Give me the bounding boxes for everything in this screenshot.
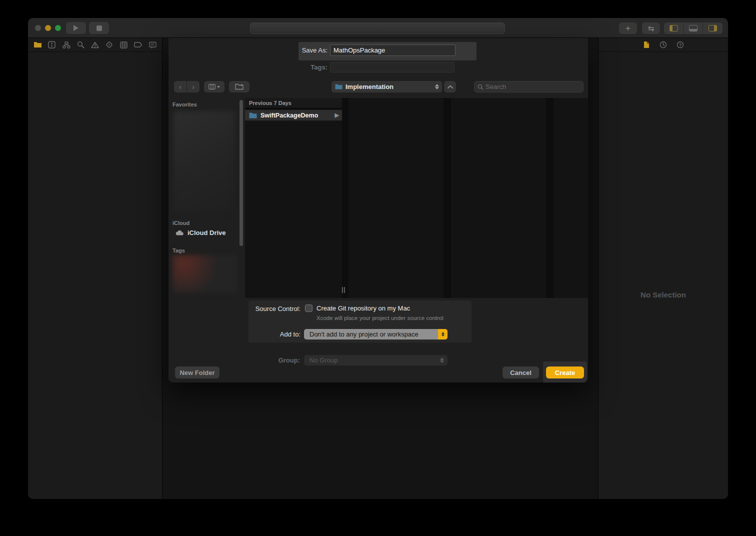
right-panel-icon [708,25,717,32]
add-button[interactable]: + [619,22,637,34]
browser-column-3 [451,98,546,298]
browser-column-1: Previous 7 Days SwiftPackageDemo ▶ [245,98,342,298]
new-folder-icon [235,84,244,90]
minimize-button[interactable] [45,25,51,31]
test-navigator-icon[interactable] [105,40,114,50]
close-button[interactable] [35,25,41,31]
create-button[interactable]: Create [546,366,584,378]
chevron-up-icon [448,85,453,88]
breakpoint-navigator-icon[interactable] [134,40,142,50]
desktop: + ⇆ [0,0,756,536]
group-value: No Group [304,356,338,364]
history-inspector-icon[interactable] [659,40,668,50]
save-dialog: Save As: Tags: ‹ › Implementation [168,38,588,382]
chevron-down-icon [217,86,220,88]
browser-column-2 [348,98,444,298]
folder-icon [249,112,257,118]
search-input[interactable] [486,83,570,90]
folder-icon [335,84,342,90]
save-as-input[interactable] [330,44,456,56]
cancel-button[interactable]: Cancel [502,366,539,378]
git-checkbox[interactable] [305,304,312,312]
activity-view [250,22,505,34]
tags-input[interactable] [330,62,454,72]
report-navigator-icon[interactable] [148,40,157,50]
add-to-value: Don't add to any project or workspace [304,330,418,338]
add-to-label: Add to: [265,330,300,338]
symbol-navigator-icon[interactable] [62,40,71,50]
git-subtitle: Xcode will place your project under sour… [316,315,444,321]
tags-label: Tags: [290,64,328,71]
search-icon [478,84,484,90]
inspector-tab-bar: ? [598,38,728,52]
add-to-dropdown[interactable]: Don't add to any project or workspace [304,329,448,340]
xcode-window: + ⇆ [28,18,728,499]
column-resize-handle[interactable] [342,287,345,293]
stop-icon [96,26,102,31]
file-row-swiftpackagedemo[interactable]: SwiftPackageDemo ▶ [245,110,342,120]
group-stepper-icon [440,358,444,363]
zoom-button[interactable] [55,25,61,31]
options-panel: Source Control: Create Git repository on… [248,300,472,342]
no-selection-text: No Selection [598,290,728,299]
plus-icon: + [626,24,630,32]
file-inspector-icon[interactable] [642,40,651,50]
favorites-list-blurred [174,111,235,212]
find-navigator-icon[interactable] [76,40,85,50]
icloud-drive-label: iCloud Drive [188,229,226,236]
file-browser-columns: Previous 7 Days SwiftPackageDemo ▶ [245,98,588,298]
location-popup[interactable]: Implementation [332,81,442,92]
new-folder-button[interactable]: New Folder [175,366,220,378]
toggle-inspector-button[interactable] [703,22,722,34]
forward-button[interactable]: › [187,81,200,92]
group-dropdown: No Group [304,355,448,366]
search-field[interactable] [474,81,584,92]
debug-navigator-icon[interactable] [120,40,128,50]
window-toolbar: + ⇆ [28,18,728,38]
back-button[interactable]: ‹ [174,81,186,92]
dropdown-stepper-icon [438,329,448,340]
sidebar-scrollbar[interactable] [240,100,243,246]
new-folder-toolbar-button[interactable] [229,81,250,92]
swap-arrows-icon: ⇆ [648,24,654,32]
view-mode-button[interactable] [204,81,224,92]
create-button-container: Create [543,362,587,382]
columns-view-icon [208,84,216,90]
play-icon [74,25,78,31]
bottom-panel-icon [689,25,698,32]
source-control-label: Source Control: [248,305,300,312]
editor-arrows-button[interactable]: ⇆ [642,22,660,34]
file-name: SwiftPackageDemo [260,112,318,119]
left-panel-icon [670,25,678,32]
source-control-navigator-icon[interactable] [48,40,56,50]
stop-button[interactable] [89,22,109,34]
toggle-debug-area-button[interactable] [684,22,703,34]
tags-list-blurred [172,255,238,293]
project-navigator-icon[interactable] [33,40,42,50]
issue-navigator-icon[interactable] [90,40,100,50]
favorites-header: Favorites [172,102,197,108]
panel-toggle-group [664,22,722,34]
navigator-tab-bar [28,38,162,52]
inspector-pane: ? No Selection [598,38,728,499]
cloud-icon [176,230,184,236]
popup-stepper-icon [435,84,439,90]
browser-column-4 [554,98,588,298]
run-button[interactable] [66,22,86,34]
tags-header: Tags [172,248,185,254]
save-as-label: Save As: [258,46,328,54]
location-value: Implementation [346,83,394,90]
sidebar-item-icloud-drive[interactable]: iCloud Drive [176,229,226,236]
toggle-navigator-button[interactable] [664,22,684,34]
help-inspector-icon[interactable]: ? [676,40,685,50]
git-checkbox-label: Create Git repository on my Mac [316,304,410,312]
chevron-right-icon: ▶ [335,112,339,118]
svg-text:?: ? [679,42,682,48]
icloud-header: iCloud [172,220,190,226]
group-header: Previous 7 Days [245,98,342,108]
up-directory-button[interactable] [444,81,456,92]
group-label: Group: [265,356,300,364]
navigator-pane [28,38,162,499]
